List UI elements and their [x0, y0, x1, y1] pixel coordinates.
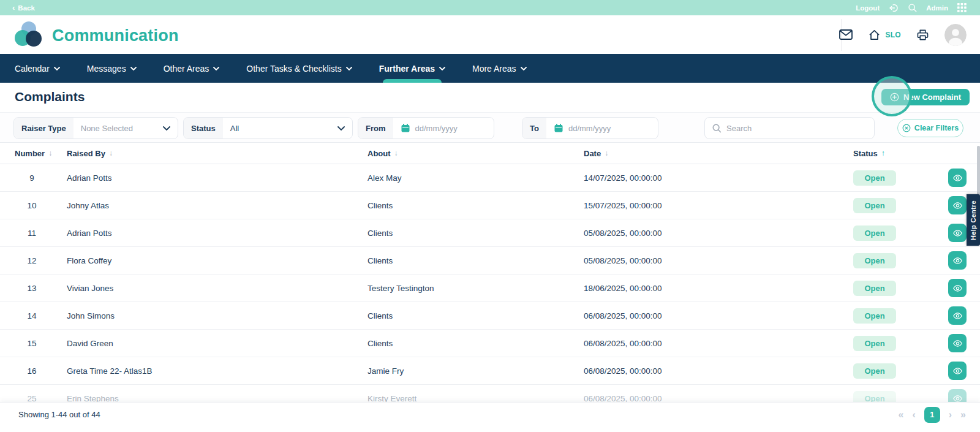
scrollbar-thumb[interactable] — [977, 146, 980, 196]
print-button[interactable] — [917, 29, 929, 40]
to-date-input[interactable]: To dd/mm/yyyy — [522, 117, 658, 139]
to-placeholder: dd/mm/yyyy — [568, 124, 611, 133]
nav-further-areas[interactable]: Further Areas — [379, 54, 445, 83]
view-button[interactable] — [948, 224, 967, 242]
app-logo — [13, 21, 44, 51]
nav-more-areas[interactable]: More Areas — [472, 54, 527, 83]
view-button[interactable] — [948, 196, 967, 214]
cell-about: Clients — [368, 339, 584, 348]
slo-label: SLO — [885, 31, 901, 39]
column-header-raised-by[interactable]: Raised By↓ — [67, 149, 368, 158]
main-nav: Calendar Messages Other Areas Other Task… — [0, 54, 980, 83]
status-value: All — [223, 124, 239, 133]
logout-icon[interactable] — [889, 3, 899, 13]
eye-icon — [952, 173, 963, 183]
raiser-type-select[interactable]: Raiser Type None Selected — [13, 117, 178, 139]
view-button[interactable] — [948, 334, 967, 352]
search-input[interactable] — [726, 124, 867, 133]
sort-desc-icon: ↓ — [605, 149, 608, 157]
eye-icon — [952, 311, 963, 321]
apps-grid-icon[interactable] — [957, 3, 967, 12]
status-badge: Open — [853, 253, 896, 268]
from-date-input[interactable]: From dd/mm/yyyy — [358, 117, 494, 139]
back-link[interactable]: ‹ Back — [12, 4, 35, 12]
view-button[interactable] — [948, 251, 967, 270]
cell-number: 13 — [15, 284, 49, 293]
sort-desc-icon: ↓ — [109, 149, 113, 157]
cell-raised-by: Adrian Potts — [67, 229, 368, 238]
nav-other-tasks-checklists[interactable]: Other Tasks & Checklists — [246, 54, 352, 83]
status-label: Status — [184, 118, 223, 138]
status-badge: Open — [853, 281, 896, 296]
eye-icon — [952, 338, 963, 349]
nav-calendar[interactable]: Calendar — [15, 54, 60, 83]
first-page-button[interactable]: « — [899, 410, 904, 420]
cell-number: 11 — [15, 229, 49, 238]
sort-desc-icon: ↓ — [394, 149, 398, 157]
table-row[interactable]: 12 Flora Coffey Clients 05/08/2025, 00:0… — [0, 247, 980, 275]
column-header-number[interactable]: Number↓ — [15, 149, 67, 158]
column-header-date[interactable]: Date↓ — [584, 149, 846, 158]
chevron-down-icon — [130, 67, 137, 70]
view-button[interactable] — [948, 362, 967, 380]
cell-about: Alex May — [368, 173, 584, 183]
cell-raised-by: David Green — [67, 339, 368, 348]
table-row[interactable]: 9 Adrian Potts Alex May 14/07/2025, 00:0… — [0, 164, 980, 192]
status-badge: Open — [853, 170, 896, 186]
cell-raised-by: Vivian Jones — [67, 284, 368, 293]
sort-asc-icon: ↑ — [881, 149, 885, 157]
nav-messages[interactable]: Messages — [87, 54, 137, 83]
column-header-status[interactable]: Status↑ — [846, 149, 948, 158]
cell-about: Testery Testington — [368, 284, 584, 293]
view-button[interactable] — [948, 169, 967, 187]
cell-date: 05/08/2025, 00:00:00 — [584, 229, 846, 238]
from-placeholder: dd/mm/yyyy — [415, 124, 458, 133]
table-footer: Showing 1-44 out of 44 « ‹ 1 › » — [0, 402, 980, 432]
table-row[interactable]: 13 Vivian Jones Testery Testington 18/06… — [0, 275, 980, 302]
clear-filters-button[interactable]: Clear Filters — [897, 119, 963, 137]
status-badge: Open — [853, 225, 896, 241]
table-row[interactable]: 15 David Green Clients 06/08/2025, 00:00… — [0, 330, 980, 357]
cell-number: 15 — [15, 339, 49, 348]
help-centre-tab[interactable]: Help Centre — [967, 194, 980, 246]
cell-raised-by: Flora Coffey — [67, 256, 368, 265]
search-icon[interactable] — [908, 3, 917, 12]
next-page-button[interactable]: › — [949, 410, 952, 420]
filter-bar: Raiser Type None Selected Status All Fro… — [0, 112, 980, 143]
cell-number: 10 — [15, 201, 49, 210]
clear-circle-icon — [902, 124, 911, 132]
table-row[interactable]: 10 Johny Atlas Clients 15/07/2025, 00:00… — [0, 192, 980, 219]
previous-page-button[interactable]: ‹ — [912, 410, 915, 420]
nav-other-areas[interactable]: Other Areas — [164, 54, 220, 83]
table-row[interactable]: 14 John Simons Clients 06/08/2025, 00:00… — [0, 302, 980, 330]
table-row[interactable]: 11 Adrian Potts Clients 05/08/2025, 00:0… — [0, 219, 980, 247]
home-slo-button[interactable]: SLO — [869, 29, 901, 40]
eye-icon — [952, 228, 963, 238]
back-label: Back — [18, 4, 35, 12]
new-complaint-button[interactable]: New Complaint — [881, 89, 970, 105]
page-title-row: Complaints New Complaint — [0, 83, 980, 112]
table-header: Number↓ Raised By↓ About↓ Date↓ Status↑ — [0, 143, 980, 164]
cell-number: 16 — [15, 366, 49, 376]
sort-desc-icon: ↓ — [48, 149, 52, 157]
logout-link[interactable]: Logout — [856, 4, 880, 12]
column-header-about[interactable]: About↓ — [368, 149, 584, 158]
table-body: 9 Adrian Potts Alex May 14/07/2025, 00:0… — [0, 164, 980, 412]
eye-icon — [952, 366, 963, 376]
view-button[interactable] — [948, 306, 967, 325]
avatar[interactable] — [944, 24, 967, 46]
eye-icon — [952, 256, 963, 266]
back-chevron-icon: ‹ — [12, 4, 15, 12]
last-page-button[interactable]: » — [960, 410, 966, 420]
table-row[interactable]: 16 Greta Time 22- Atlas1B Jamie Fry 06/0… — [0, 357, 980, 385]
status-select[interactable]: Status All — [183, 117, 353, 139]
pagination: « ‹ 1 › » — [899, 407, 966, 423]
cell-date: 18/06/2025, 00:00:00 — [584, 284, 846, 293]
from-label: From — [358, 118, 393, 138]
messages-envelope-button[interactable] — [839, 29, 853, 40]
admin-menu[interactable]: Admin — [926, 4, 948, 12]
view-button[interactable] — [948, 279, 967, 297]
chevron-down-icon — [54, 67, 60, 70]
top-bar: ‹ Back Logout Admin — [0, 0, 980, 15]
current-page-button[interactable]: 1 — [924, 407, 940, 423]
